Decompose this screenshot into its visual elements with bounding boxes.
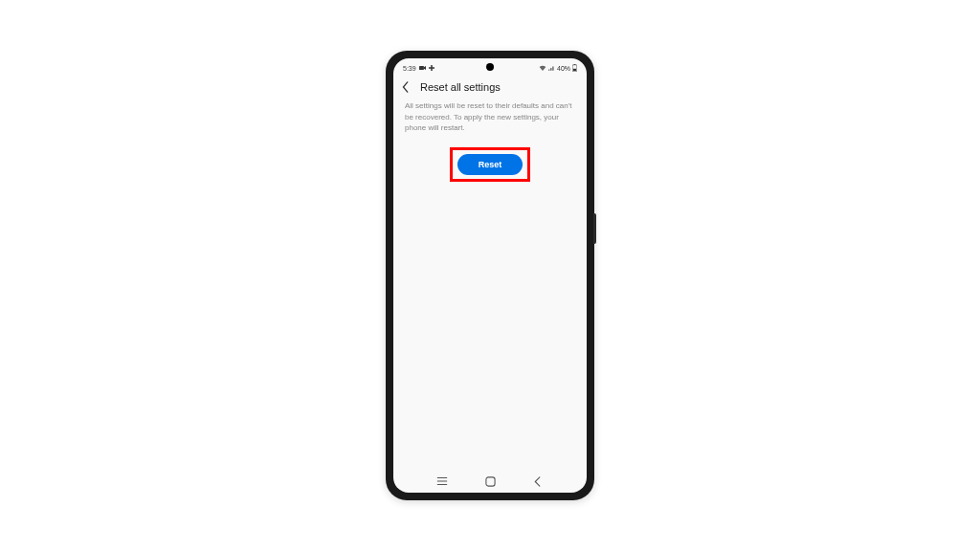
svg-rect-5 xyxy=(573,68,576,70)
status-bar-left: 5:39 xyxy=(403,65,434,72)
battery-text: 40% xyxy=(557,65,570,72)
status-video-icon xyxy=(419,65,426,71)
home-icon[interactable] xyxy=(479,476,501,487)
description-text: All settings will be reset to their defa… xyxy=(393,100,587,134)
back-nav-icon[interactable] xyxy=(526,476,549,487)
page-title: Reset all settings xyxy=(420,81,501,93)
navigation-bar xyxy=(393,470,587,493)
phone-frame: 5:39 40% xyxy=(386,51,594,500)
signal-icon xyxy=(548,65,555,72)
battery-icon xyxy=(572,64,577,73)
recent-apps-icon[interactable] xyxy=(431,476,454,486)
page-header: Reset all settings xyxy=(393,76,587,100)
svg-rect-2 xyxy=(429,67,434,69)
svg-rect-0 xyxy=(419,66,424,70)
phone-side-button xyxy=(593,213,596,244)
reset-button[interactable]: Reset xyxy=(457,154,523,175)
button-container: Reset xyxy=(393,147,587,182)
back-icon[interactable] xyxy=(401,81,411,93)
annotation-highlight-box: Reset xyxy=(450,147,531,182)
status-bar-right: 40% xyxy=(539,64,577,73)
phone-screen: 5:39 40% xyxy=(393,58,587,493)
wifi-icon xyxy=(539,65,546,72)
status-plus-icon xyxy=(429,65,434,71)
svg-rect-9 xyxy=(485,476,494,485)
status-time: 5:39 xyxy=(403,65,416,72)
camera-punch-hole xyxy=(486,63,494,71)
